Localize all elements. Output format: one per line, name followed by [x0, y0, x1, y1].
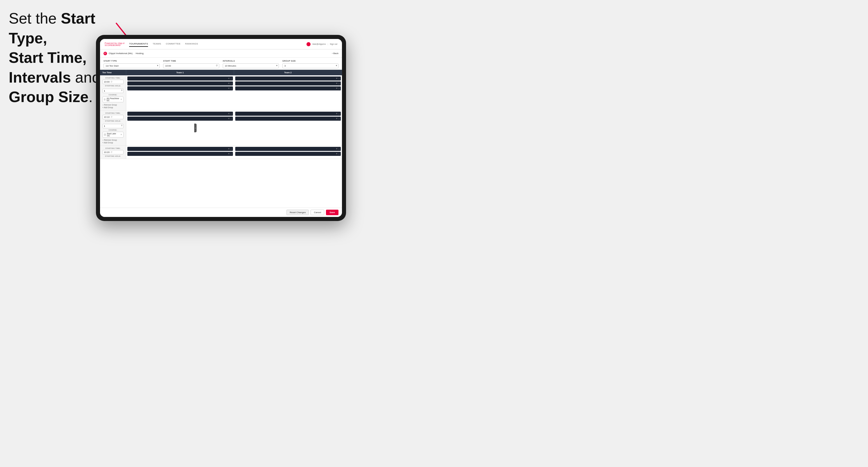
- start-type-group: Start Type 1st Tee Start Shotgun Start: [103, 60, 160, 68]
- add-group-btn-2[interactable]: + Add Group: [102, 142, 124, 144]
- nav-tab-committee[interactable]: COMMITTEE: [166, 41, 181, 47]
- course-tag-2: East Lake GC ✕: [102, 132, 124, 137]
- tee-group-1: STARTING TIME: 10:00 ⏱ STARTING HOLE: 1 …: [100, 75, 342, 111]
- user-email: blair@clippd.io: [312, 43, 326, 45]
- player-row-3-2: ✕ ○: [127, 117, 233, 121]
- logo-subtitle: Powered by clipp.d: [105, 42, 124, 44]
- course-remove-2[interactable]: ✕: [120, 133, 122, 136]
- back-button[interactable]: ‹ Back: [332, 52, 339, 55]
- course-label-1: COURSE:: [102, 94, 124, 96]
- tournament-name: Clippd Invitational (Me): [109, 52, 133, 55]
- tee-group-2-left: STARTING TIME: 10:10 ⏱ STARTING HOLE: 1 …: [100, 111, 126, 146]
- start-time-select[interactable]: 10:00 10:30: [163, 63, 219, 68]
- clock-icon-2: ⏱: [111, 116, 113, 118]
- table-header: Tee Time Team 1 Team 2: [100, 70, 342, 75]
- starting-time-label-2: STARTING TIME:: [102, 112, 124, 114]
- player-row-3-1: ✕ ○: [127, 112, 233, 116]
- main-nav: TOURNAMENTS TEAMS COMMITTEE RANKINGS: [129, 41, 307, 47]
- group-size-select[interactable]: 3 2 4: [282, 63, 339, 68]
- team1-cell-2: ✕ ○ ✕ ○: [126, 111, 234, 146]
- start-type-select[interactable]: 1st Tee Start Shotgun Start: [103, 63, 160, 68]
- tee-group-3: STARTING TIME: 10:20 ⏱ STARTING HOLE: ✕ …: [100, 146, 342, 159]
- group-size-label: Group Size: [282, 60, 339, 62]
- group-actions-2: ○ Remove Group + Add Group: [102, 139, 124, 144]
- group-size-select-wrapper: 3 2 4: [282, 63, 339, 68]
- tee-group-3-left: STARTING TIME: 10:20 ⏱ STARTING HOLE:: [100, 146, 126, 159]
- starting-hole-label-1: STARTING HOLE:: [102, 85, 124, 87]
- instruction-panel: Set the Start Type, Start Time, Interval…: [9, 9, 102, 107]
- table-footer: Reset Changes Cancel Save: [100, 208, 342, 217]
- remove-group-btn-2[interactable]: ○ Remove Group: [102, 139, 124, 141]
- start-time-label: Start Time: [163, 60, 219, 62]
- instruction-period: .: [88, 88, 92, 105]
- starting-hole-select-1[interactable]: 1: [102, 89, 124, 93]
- sub-nav: C Clippd Invitational (Me) › Hosting ‹ B…: [100, 50, 342, 58]
- player-row-6-1: ✕ ○: [235, 147, 341, 151]
- col-header-team2: Team 2: [234, 70, 342, 75]
- section-label: Hosting: [135, 52, 143, 55]
- remove-group-btn-1[interactable]: ○ Remove Group: [102, 104, 124, 106]
- starting-time-input-2[interactable]: 10:10 ⏱: [102, 115, 124, 119]
- starting-hole-select-2[interactable]: 1: [102, 124, 124, 128]
- intervals-select[interactable]: 10 Minutes 8 Minutes 12 Minutes: [223, 63, 279, 68]
- nav-tab-teams[interactable]: TEAMS: [153, 41, 161, 47]
- player-row-2-1: ✕ ○: [235, 76, 341, 81]
- save-button[interactable]: Save: [326, 210, 339, 215]
- instruction-bold-intervals: Intervals: [9, 69, 71, 86]
- course-name-2: East Lake GC: [107, 133, 120, 137]
- instruction-bold-group-size: Group Size: [9, 88, 88, 105]
- start-type-label: Start Type: [103, 60, 160, 62]
- team1-cell-3: ✕ ○ ✕ ○: [126, 146, 234, 159]
- course-icon-2: [104, 133, 106, 136]
- group-size-group: Group Size 3 2 4: [282, 60, 339, 68]
- player-row-1-3: ✕ ○: [127, 86, 233, 90]
- nav-user-section: blair@clippd.io | Sign out: [307, 42, 337, 46]
- starting-hole-spinner-1: 1: [102, 88, 124, 93]
- intervals-label: Intervals: [223, 60, 279, 62]
- player-row-1-1: ✕ ○: [127, 76, 233, 81]
- sign-out-link[interactable]: Sign out: [330, 43, 337, 45]
- tablet-device: Powered by clipp.d SCOREBOARD TOURNAMENT…: [96, 35, 346, 221]
- start-time-select-wrapper: 10:00 10:30: [163, 63, 219, 68]
- course-icon-1: [104, 98, 105, 101]
- course-tag-1: (A) Peachtree GC ✕: [102, 97, 124, 102]
- sidebar-toggle[interactable]: ›: [194, 124, 196, 132]
- course-remove-1[interactable]: ✕: [120, 98, 122, 101]
- player-row-6-2: ✕ ○: [235, 152, 341, 156]
- nav-tab-tournaments[interactable]: TOURNAMENTS: [129, 41, 148, 47]
- col-header-team1: Team 1: [126, 70, 234, 75]
- intervals-group: Intervals 10 Minutes 8 Minutes 12 Minute…: [223, 60, 279, 68]
- instruction-bold-start-time: Start Time,: [9, 49, 87, 66]
- nav-tab-rankings[interactable]: RANKINGS: [185, 41, 198, 47]
- instruction-bold-start-type: Start Type,: [9, 10, 95, 46]
- tournament-logo: C: [103, 52, 107, 55]
- team2-cell-1: ✕ ○ ✕ ○ ✕ ○: [234, 75, 342, 110]
- starting-time-input-1[interactable]: 10:00 ⏱: [102, 80, 124, 84]
- player-row-4-1: ✕ ○: [235, 112, 341, 116]
- course-label-2: COURSE:: [102, 129, 124, 131]
- cancel-button[interactable]: Cancel: [311, 210, 324, 215]
- intervals-select-wrapper: 10 Minutes 8 Minutes 12 Minutes: [223, 63, 279, 68]
- starting-time-label-3: STARTING TIME:: [102, 148, 124, 149]
- col-header-tee-time: Tee Time: [100, 70, 126, 75]
- clock-icon-3: ⏱: [111, 151, 113, 153]
- start-type-select-wrapper: 1st Tee Start Shotgun Start: [103, 63, 160, 68]
- player-row-2-3: ✕ ○: [235, 86, 341, 90]
- tee-group-1-left: STARTING TIME: 10:00 ⏱ STARTING HOLE: 1 …: [100, 75, 126, 110]
- player-row-5-1: ✕ ○: [127, 147, 233, 151]
- instruction-line1: Set the Start Type,: [9, 10, 95, 46]
- starting-time-input-3[interactable]: 10:20 ⏱: [102, 150, 124, 154]
- starting-time-label-1: STARTING TIME:: [102, 77, 124, 79]
- group-actions-1: ○ Remove Group + Add Group: [102, 104, 124, 108]
- starting-hole-spinner-2: 1: [102, 123, 124, 128]
- reset-changes-button[interactable]: Reset Changes: [286, 210, 309, 215]
- player-row-4-2: ✕ ○: [235, 117, 341, 121]
- app-logo: Powered by clipp.d SCOREBOARD: [105, 42, 124, 46]
- nav-bar: Powered by clipp.d SCOREBOARD TOURNAMENT…: [100, 39, 342, 50]
- player-row-2-2: ✕ ○: [235, 82, 341, 86]
- course-name-1: (A) Peachtree GC: [106, 97, 120, 101]
- tee-sheet-table: Tee Time Team 1 Team 2 STARTING TIME: 10…: [100, 70, 342, 208]
- player-row-5-2: ✕ ○: [127, 152, 233, 156]
- user-avatar: [307, 42, 311, 46]
- add-group-btn-1[interactable]: + Add Group: [102, 106, 124, 108]
